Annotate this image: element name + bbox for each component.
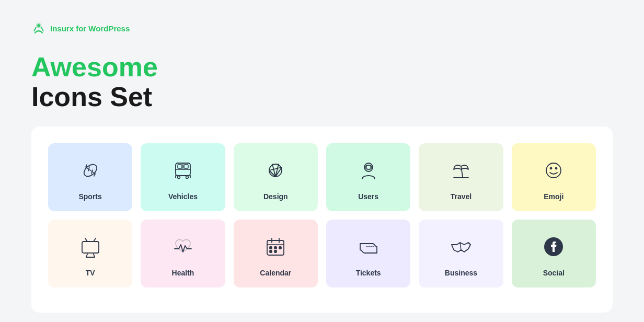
svg-point-14 [177,176,180,179]
svg-rect-11 [184,165,188,168]
card-facebook[interactable]: Social [512,220,596,288]
svg-point-23 [546,163,561,178]
svg-line-21 [461,166,463,177]
astronaut-icon [356,158,381,183]
svg-rect-36 [270,247,272,249]
svg-rect-40 [274,250,277,252]
card-vehicles[interactable]: Vehicles [141,143,225,211]
hero-line2: Icons Set [31,82,613,112]
svg-rect-10 [178,165,182,168]
card-health-label: Health [172,269,194,277]
card-health[interactable]: Health [141,220,225,288]
card-users-label: Users [358,192,378,201]
svg-point-19 [366,165,371,169]
card-tv[interactable]: TV [48,220,132,288]
card-facebook-label: Social [543,269,565,277]
football-icon [78,158,103,183]
cards-row-2: TV Health [48,220,596,288]
card-tickets-label: Tickets [356,269,381,277]
card-travel[interactable]: Travel [419,143,503,211]
tv-icon [78,234,103,259]
facebook-icon [541,234,566,259]
cards-row-1: Sports Vehicles [48,143,596,211]
card-vehicles-label: Vehicles [168,192,198,201]
svg-line-5 [88,167,89,171]
svg-point-15 [186,176,188,179]
logo-text: Insurx for WordPress [50,24,130,33]
card-calendar[interactable]: Calendar [234,220,318,288]
card-handshake-label: Business [445,269,477,277]
card-handshake[interactable]: Business [419,220,503,288]
card-travel-label: Travel [451,192,472,201]
insurx-logo-icon [31,21,46,36]
svg-point-24 [550,168,552,169]
svg-rect-37 [274,247,277,249]
compass-icon [263,158,288,183]
svg-point-25 [556,168,557,169]
svg-rect-26 [82,242,99,253]
cards-section: Sports Vehicles [31,126,613,313]
beach-icon [448,158,474,183]
card-design-label: Design [263,192,288,201]
heartbeat-icon [170,234,196,259]
calendar-icon [263,234,288,259]
card-design[interactable]: Design [234,143,318,211]
card-users[interactable]: Users [326,143,410,211]
ticket-icon [356,234,381,259]
svg-rect-38 [279,247,281,249]
card-emoji-label: Emoji [544,192,564,201]
bus-icon [170,158,196,183]
card-tv-label: TV [86,269,95,277]
hero-title: Awesome Icons Set [31,52,613,112]
card-emoji[interactable]: Emoji [512,143,596,211]
page-wrapper: Insurx for WordPress Awesome Icons Set S… [0,0,644,322]
card-calendar-label: Calendar [260,269,291,277]
smiley-icon [541,158,566,183]
card-sports-label: Sports [78,192,101,201]
handshake-icon [448,234,474,259]
card-sports[interactable]: Sports [48,143,132,211]
logo-area: Insurx for WordPress [31,21,613,36]
card-tickets[interactable]: Tickets [326,220,410,288]
svg-point-1 [37,24,40,27]
svg-line-3 [85,167,96,174]
svg-rect-39 [270,250,272,252]
hero-line1: Awesome [31,52,613,82]
svg-line-6 [91,170,93,174]
